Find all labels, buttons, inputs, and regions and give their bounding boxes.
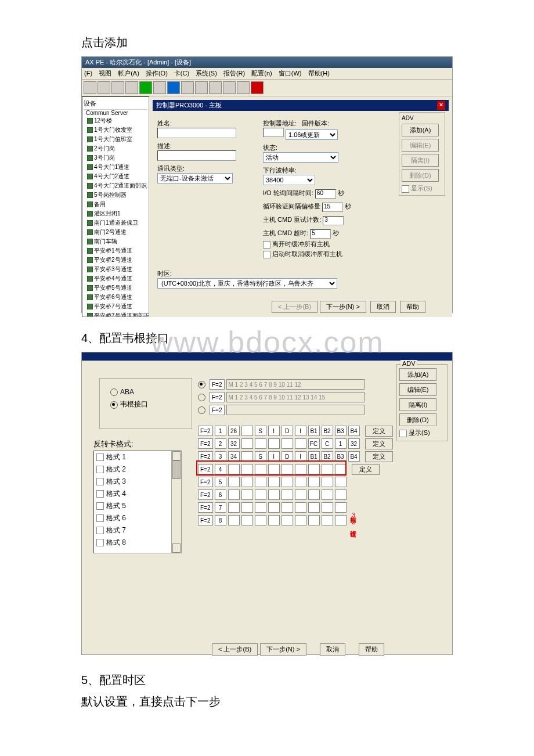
toolbar-button[interactable] — [139, 81, 152, 94]
tree-item[interactable]: 3号门岗 — [84, 153, 147, 163]
list-item[interactable]: 格式 6 — [94, 512, 181, 524]
buffer-checkbox[interactable] — [263, 241, 270, 249]
tree-item[interactable]: 南门车辆 — [84, 237, 147, 246]
cancel-button[interactable]: 取消 — [370, 301, 396, 313]
menu-report[interactable]: 报告(R) — [223, 70, 245, 77]
retry-input[interactable]: 3 — [323, 216, 344, 225]
next-button[interactable]: 下一步(N) > — [260, 643, 306, 656]
scroll-thumb[interactable] — [172, 460, 181, 479]
toolbar-button[interactable] — [195, 81, 208, 94]
tree-item[interactable]: 平安桥6号通道 — [84, 293, 147, 302]
toolbar-button[interactable] — [98, 81, 110, 94]
menu-card[interactable]: 卡(C) — [174, 70, 189, 77]
toolbar-button[interactable] — [153, 81, 166, 94]
fmt-radio[interactable] — [198, 406, 205, 414]
tree-item[interactable]: 平安桥4号通道 — [84, 274, 147, 283]
show-checkbox[interactable] — [402, 185, 409, 193]
tree-item[interactable]: 平安桥1号通道 — [84, 246, 147, 255]
name-input[interactable] — [157, 128, 236, 138]
baud-select[interactable]: 38400 — [263, 175, 315, 185]
tree-item[interactable]: 平安桥3号通道 — [84, 265, 147, 274]
tree-item[interactable]: 平安桥2号通道 — [84, 255, 147, 265]
show-checkbox[interactable] — [399, 430, 407, 437]
tree-item[interactable]: 平安桥7号通道 — [84, 302, 147, 311]
menu-file[interactable]: (F) — [84, 70, 92, 77]
help-button[interactable]: 帮助 — [359, 643, 384, 656]
define-button[interactable]: 定义 — [365, 438, 393, 449]
fmt-radio[interactable] — [198, 394, 205, 401]
scroll-up-icon[interactable] — [172, 451, 181, 460]
define-button[interactable]: 定义 — [352, 464, 380, 475]
isolate-button[interactable]: 隔离(I) — [402, 154, 439, 167]
menu-sys[interactable]: 系统(S) — [196, 70, 217, 77]
toolbar-button[interactable] — [251, 81, 264, 94]
edit-button[interactable]: 编辑(E) — [399, 383, 436, 396]
toolbar-button[interactable] — [125, 81, 138, 94]
list-item[interactable]: 格式 8 — [94, 537, 181, 549]
list-item[interactable]: 格式 1 — [94, 451, 181, 463]
menu-config[interactable]: 配置(n) — [251, 70, 272, 77]
tree-item[interactable]: 灌区封闭1 — [84, 209, 147, 218]
add-button[interactable]: 添加(A) — [399, 368, 436, 381]
tree-item[interactable]: 平安桥5号通道 — [84, 283, 147, 293]
poll-input[interactable]: 60 — [315, 189, 336, 199]
close-icon[interactable]: × — [437, 101, 445, 110]
tree-item[interactable]: 1号大门值班室 — [84, 135, 147, 144]
tree-item[interactable]: 12号楼 — [84, 116, 147, 125]
tree-item[interactable]: 4号大门1通道 — [84, 163, 147, 172]
timeout-input[interactable]: 5 — [310, 229, 331, 239]
tree-item[interactable]: 4号大门2通道面部识 — [84, 181, 147, 190]
next-button[interactable]: 下一步(N) > — [320, 301, 366, 313]
scroll-down-icon[interactable] — [172, 543, 181, 553]
prev-button[interactable]: < 上一步(B) — [272, 301, 317, 313]
cancel-button[interactable]: 取消 — [320, 643, 345, 656]
toolbar-button[interactable] — [223, 81, 236, 94]
list-item[interactable]: 格式 2 — [94, 463, 181, 476]
tree-item[interactable]: 南门2号通道 — [84, 228, 147, 237]
tree-item[interactable]: 2号门岗 — [84, 144, 147, 153]
menubar[interactable]: (F) 视图 帐户(A) 操作(O) 卡(C) 系统(S) 报告(R) 配置(n… — [82, 68, 452, 80]
fmt-radio[interactable] — [198, 381, 205, 388]
comm-select[interactable]: 无端口-设备未激活 — [157, 173, 233, 183]
toolbar-button[interactable] — [84, 81, 96, 94]
tree-item[interactable]: 备用 — [84, 200, 147, 209]
edit-button[interactable]: 编辑(E) — [402, 139, 439, 152]
tz-select[interactable]: (UTC+08:00)北京，重庆，香港特别行政区，乌鲁木齐 — [157, 278, 337, 289]
tree-item[interactable]: 平安桥7号通道面部识 — [84, 311, 147, 317]
isolate-button[interactable]: 隔离(I) — [399, 398, 436, 411]
prev-button[interactable]: < 上一步(B) — [212, 643, 258, 656]
menu-help[interactable]: 帮助(H) — [308, 70, 330, 77]
add-button[interactable]: 添加(A) — [402, 124, 439, 136]
define-button[interactable]: 定义 — [365, 426, 393, 437]
menu-window[interactable]: 窗口(W) — [279, 70, 302, 77]
list-item[interactable]: 格式 3 — [94, 476, 181, 488]
delete-button[interactable]: 删除(D) — [399, 413, 436, 426]
menu-op[interactable]: 操作(O) — [146, 70, 168, 77]
loop-input[interactable]: 15 — [322, 203, 343, 212]
help-button[interactable]: 帮助 — [400, 301, 425, 313]
unbuffer-checkbox[interactable] — [263, 251, 270, 258]
fw-select[interactable]: 1.06或更新 — [286, 129, 338, 140]
tree-root[interactable]: Commun Server — [84, 110, 147, 116]
define-button[interactable]: 定义 — [365, 451, 393, 462]
device-tree[interactable]: 设备 Commun Server 12号楼1号大门收发室1号大门值班室2号门岗3… — [82, 96, 149, 317]
tree-item[interactable]: 南门1通道兼保卫 — [84, 218, 147, 228]
status-select[interactable]: 活动 — [263, 152, 338, 163]
menu-account[interactable]: 帐户(A) — [118, 70, 139, 77]
list-item[interactable]: 格式 7 — [94, 524, 181, 537]
scrollbar[interactable] — [171, 451, 181, 553]
aba-radio[interactable] — [110, 388, 118, 396]
addr-input[interactable] — [263, 128, 284, 137]
format-list[interactable]: 格式 1格式 2格式 3格式 4格式 5格式 6格式 7格式 8 — [93, 451, 182, 553]
toolbar-button[interactable] — [237, 81, 250, 94]
menu-view[interactable]: 视图 — [99, 70, 111, 77]
wiegand-radio[interactable] — [110, 401, 118, 409]
toolbar-button[interactable] — [209, 81, 222, 94]
delete-button[interactable]: 删除(D) — [402, 169, 439, 182]
toolbar-button[interactable] — [181, 81, 194, 94]
tree-item[interactable]: 4号大门2通道 — [84, 172, 147, 181]
toolbar-button[interactable] — [111, 81, 124, 94]
list-item[interactable]: 格式 5 — [94, 500, 181, 512]
tree-item[interactable]: 1号大门收发室 — [84, 125, 147, 135]
toolbar-button[interactable] — [167, 81, 180, 94]
